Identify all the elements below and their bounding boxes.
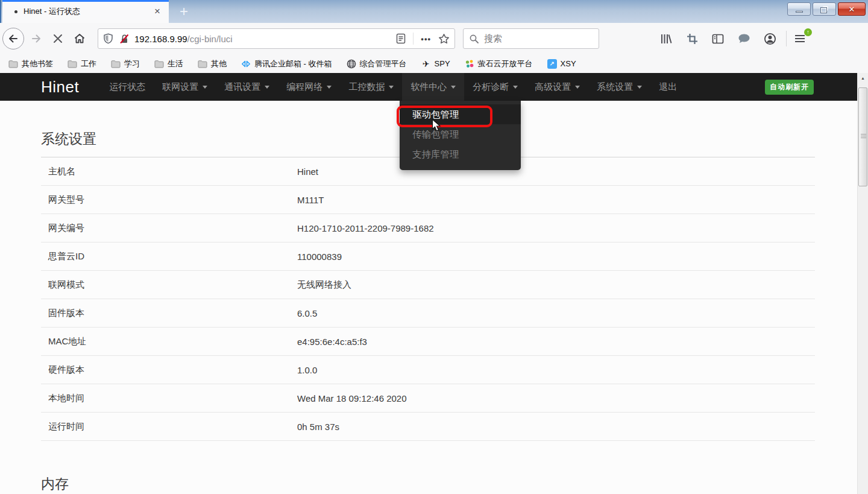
messages-button[interactable] [737,32,750,45]
tab-favicon-icon [14,10,17,13]
reader-mode-icon[interactable] [396,33,406,44]
window-minimize-button[interactable] [787,2,811,16]
tab-close-icon[interactable]: × [152,5,163,17]
bookmark-xsy[interactable]: ↗ XSY [547,59,576,69]
bookmark-label: 腾讯企业邮箱 - 收件箱 [254,59,332,69]
nav-item-comm-settings[interactable]: 通讯设置 [216,73,278,101]
nav-item-network-settings[interactable]: 联网设置 [154,73,216,101]
new-tab-button[interactable]: + [175,2,193,21]
table-row-mac-address: MAC地址e4:95:6e:4c:a5:f3 [41,328,815,356]
bookmark-label: 工作 [81,59,96,69]
nav-item-industrial-data[interactable]: 工控数据 [340,73,402,101]
table-row-firmware-version: 固件版本6.0.5 [41,299,815,328]
home-icon [74,33,86,45]
scrollbar-grip-icon [861,134,866,139]
plane-icon: ✈ [421,59,431,69]
auto-refresh-toggle[interactable]: 自动刷新开 [765,80,814,95]
menu-item-support-library[interactable]: 支持库管理 [400,144,521,164]
bookmark-label: 学习 [124,59,140,69]
bookmark-spy[interactable]: ✈ SPY [421,59,450,69]
app-navbar: Hinet 运行状态 联网设置 通讯设置 编程网络 工控数据 软件中心 分析诊断… [0,73,857,101]
bookmark-label: 综合管理平台 [360,59,407,69]
chevron-down-icon [265,86,269,89]
menu-item-driver-package[interactable]: 驱动包管理 [400,104,521,124]
table-row-network-mode: 联网模式无线网络接入 [41,271,815,299]
bookmark-ys7-open-platform[interactable]: 萤石云开放平台 [465,59,533,69]
bookmark-folder-work[interactable]: 工作 [68,59,96,69]
speech-bubble-icon [738,33,750,44]
back-button[interactable] [2,28,24,49]
account-button[interactable] [763,32,776,45]
nav-item-analysis-diagnosis[interactable]: 分析诊断 [464,73,526,101]
window-controls: ✕ [787,2,866,16]
nav-item-programming-network[interactable]: 编程网络 [278,73,340,101]
window-close-button[interactable]: ✕ [838,2,866,16]
table-row-local-time: 本地时间Wed Mar 18 09:12:46 2020 [41,384,815,413]
bookmark-folder-others-tags[interactable]: 其他书签 [8,59,53,69]
url-path: /cgi-bin/luci [187,34,233,44]
minimize-icon [796,11,803,13]
menu-item-transfer-package[interactable]: 传输包管理 [400,124,521,144]
chevron-down-icon [327,86,332,89]
chevron-down-icon [513,86,518,89]
forward-button[interactable] [27,29,46,48]
bookmark-label: 其他 [211,59,227,69]
nav-item-advanced-settings[interactable]: 高级设置 [526,73,588,101]
chevron-down-icon [575,86,580,89]
nav-item-system-settings[interactable]: 系统设置 [588,73,650,101]
color-dots-icon [465,59,474,69]
sidebar-icon [712,34,724,44]
active-tab-accent [2,0,169,2]
bookmark-folder-life[interactable]: 生活 [154,59,183,69]
chevron-down-icon [637,86,642,89]
library-icon [660,33,672,45]
screenshot-button[interactable] [685,32,699,45]
bookmark-folder-study[interactable]: 学习 [111,59,140,69]
library-button[interactable] [659,32,673,45]
titlebar: Hinet - 运行状态 × + ✕ [0,0,868,23]
crop-screenshot-icon [687,33,698,45]
app-logo[interactable]: Hinet [41,78,79,97]
bookmark-tencent-mail[interactable]: 腾讯企业邮箱 - 收件箱 [241,59,332,69]
nav-item-running-status[interactable]: 运行状态 [101,73,154,101]
browser-tab[interactable]: Hinet - 运行状态 × [2,0,169,23]
bookmark-label: 萤石云开放平台 [478,59,533,69]
tencent-mail-icon [241,59,251,69]
table-row-gateway-number: 网关编号H120-1710-2011-2209-7989-1682 [41,214,815,242]
scroll-up-icon[interactable]: ▲ [858,73,868,83]
browser-toolbar: 192.168.9.99/cgi-bin/luci ••• 搜索 [0,23,868,54]
hamburger-icon [795,35,805,36]
url-bar[interactable]: 192.168.9.99/cgi-bin/luci ••• [98,28,455,49]
window-restore-button[interactable] [813,2,836,16]
page-scrollbar[interactable]: ▲ [857,73,868,494]
bookmark-management-platform[interactable]: 综合管理平台 [347,59,407,69]
search-placeholder: 搜索 [484,33,502,45]
bookmark-star-icon[interactable] [438,33,450,45]
system-info-table: 主机名Hinet 网关型号M111T 网关编号H120-1710-2011-22… [41,157,815,441]
folder-icon [8,59,18,69]
nav-item-logout[interactable]: 退出 [650,73,685,101]
bookmarks-bar: 其他书签 工作 学习 生活 其他 腾讯企业邮箱 - 收件箱 综合管理平台 ✈ S… [0,54,868,73]
stop-button[interactable] [48,29,68,48]
bookmark-folder-other[interactable]: 其他 [198,59,227,69]
url-text: 192.168.9.99/cgi-bin/luci [134,34,396,44]
chevron-down-icon [389,86,394,89]
bookmark-label: 其他书签 [22,59,53,69]
back-arrow-icon [7,33,19,45]
page-actions-icon[interactable]: ••• [421,34,431,43]
search-input[interactable]: 搜索 [463,28,599,49]
folder-icon [198,59,207,69]
tab-title: Hinet - 运行状态 [24,6,152,17]
forward-arrow-icon [30,33,42,45]
scrollbar-thumb[interactable] [858,87,867,186]
globe-icon [347,59,356,69]
sidebars-button[interactable] [711,32,725,45]
folder-icon [111,59,121,69]
arrow-square-icon: ↗ [547,59,557,69]
app-menu-button[interactable]: ↑ [795,31,811,46]
tracking-shield-icon [103,33,113,44]
folder-icon [68,59,77,69]
nav-item-software-center[interactable]: 软件中心 [402,73,464,101]
chevron-down-icon [203,86,207,89]
home-button[interactable] [70,29,89,48]
